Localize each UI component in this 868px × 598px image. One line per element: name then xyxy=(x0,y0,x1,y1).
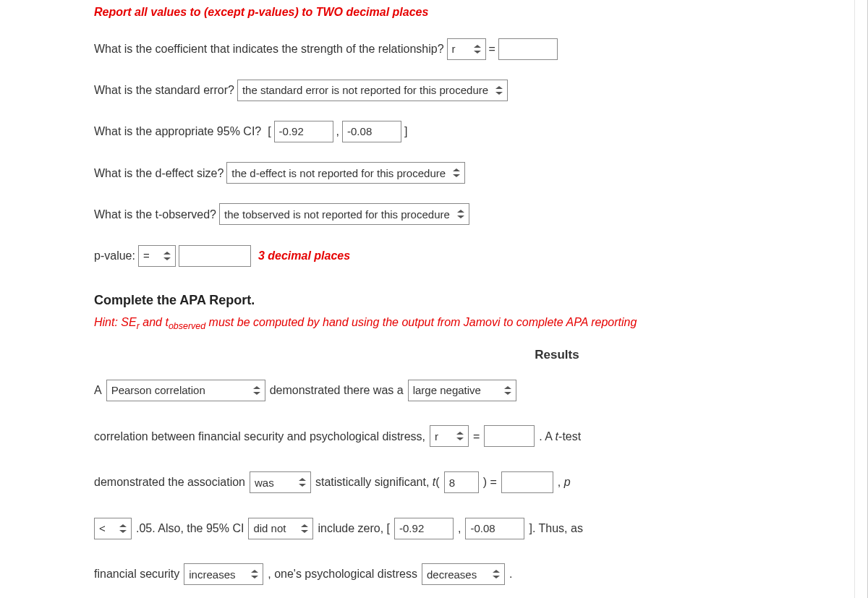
effect-direction-value: large negative xyxy=(413,376,481,404)
sort-icon xyxy=(453,168,460,177)
equals: = xyxy=(473,422,480,452)
pvalue-operator-select[interactable]: = xyxy=(138,245,176,267)
df-input[interactable] xyxy=(444,471,479,493)
standard-error-value: the standard error is not reported for t… xyxy=(242,78,488,102)
direction2-select[interactable]: decreases xyxy=(422,563,505,585)
standard-error-select[interactable]: the standard error is not reported for t… xyxy=(237,80,508,101)
was-value: was xyxy=(255,469,274,497)
t-value-input[interactable] xyxy=(501,471,553,493)
direction1-value: increases xyxy=(189,560,235,589)
ci-lower-input[interactable] xyxy=(274,121,333,142)
effect-direction-select[interactable]: large negative xyxy=(408,380,516,401)
text-thus-as: ]. Thus, as xyxy=(529,513,582,544)
t5a: statistically significant, xyxy=(315,476,433,488)
q1-text: What is the coefficient that indicates t… xyxy=(94,36,444,61)
results-title: Results xyxy=(268,348,846,362)
results-line-4: < .05. Also, the 95% CI did not include … xyxy=(94,513,846,544)
q1-row: What is the coefficient that indicates t… xyxy=(94,36,846,61)
sort-icon xyxy=(299,478,306,487)
t5c: ( xyxy=(435,476,439,488)
content: Report all values to (except p-values) t… xyxy=(0,0,868,589)
t3c: -test xyxy=(558,430,581,443)
include-zero-value: did not xyxy=(253,514,286,542)
r-symbol-value: r xyxy=(435,422,438,450)
instruction-heading: Report all values to (except p-values) t… xyxy=(94,0,846,19)
sort-icon xyxy=(504,386,511,395)
sort-icon xyxy=(493,570,500,578)
was-select[interactable]: was xyxy=(250,471,311,493)
q6-row: p-value: = 3 decimal places xyxy=(94,243,846,268)
text-fin-sec: financial security xyxy=(94,559,179,589)
coefficient-symbol-select[interactable]: r xyxy=(447,38,486,60)
pvalue-operator-value: = xyxy=(143,244,150,268)
pvalue-note: 3 decimal places xyxy=(258,243,350,268)
text-A: A xyxy=(94,375,102,406)
ci-upper-input[interactable] xyxy=(342,121,401,142)
apa-hint: Hint: SEr and tobserved must be computed… xyxy=(94,314,846,333)
text-comma-p: , p xyxy=(558,467,571,497)
text-period: . xyxy=(509,559,512,589)
q4-text: What is the d-effect size? xyxy=(94,161,224,186)
q2-row: What is the standard error? the standard… xyxy=(94,77,846,103)
sort-icon xyxy=(457,210,464,218)
ci2-lower-input[interactable] xyxy=(394,518,454,539)
text-include-zero: include zero, [ xyxy=(318,513,390,544)
q5-row: What is the t-observed? the tobserved is… xyxy=(94,202,846,227)
sort-icon xyxy=(495,86,503,95)
sort-icon xyxy=(456,432,464,440)
t-observed-value: the tobserved is not reported for this p… xyxy=(224,202,450,226)
results-line-2: correlation between financial security a… xyxy=(94,422,846,452)
text-psych-distress: , one's psychological distress xyxy=(268,559,417,589)
comma2: , xyxy=(458,513,461,544)
text-stat-sig: statistically significant, t( xyxy=(315,467,440,497)
d-effect-value: the d-effect is not reported for this pr… xyxy=(231,161,446,185)
bracket-close: ] xyxy=(404,119,407,144)
text-05-ci: .05. Also, the 95% CI xyxy=(136,513,244,544)
r-symbol-select[interactable]: r xyxy=(430,425,469,447)
sort-icon xyxy=(301,524,308,533)
text-correlation-between: correlation between financial security a… xyxy=(94,422,425,452)
pvalue-input[interactable] xyxy=(179,245,251,267)
include-zero-select[interactable]: did not xyxy=(248,518,313,539)
q3-text: What is the appropriate 95% CI? [ xyxy=(94,119,271,144)
q3-row: What is the appropriate 95% CI? [ , ] xyxy=(94,119,846,144)
r-value-input[interactable] xyxy=(484,425,535,447)
test-type-select[interactable]: Pearson correlation xyxy=(106,380,265,401)
hint-post: must be computed by hand using the outpu… xyxy=(205,316,637,328)
pvalue-label: p-value: xyxy=(94,243,135,268)
hint-sub-obs: observed xyxy=(169,321,205,331)
t-observed-select[interactable]: the tobserved is not reported for this p… xyxy=(219,203,469,225)
results-line-1: A Pearson correlation demonstrated there… xyxy=(94,375,846,406)
ci2-upper-input[interactable] xyxy=(465,518,524,539)
d-effect-select[interactable]: the d-effect is not reported for this pr… xyxy=(226,162,465,184)
hint-pre: Hint: SE xyxy=(94,316,137,328)
sort-icon xyxy=(163,252,171,260)
apa-heading: Complete the APA Report. xyxy=(94,293,846,308)
sort-icon xyxy=(253,386,260,395)
direction1-select[interactable]: increases xyxy=(184,563,263,585)
right-separator xyxy=(854,0,855,598)
p-compare-value: < xyxy=(99,514,106,542)
coefficient-value-input[interactable] xyxy=(498,38,558,60)
q4-row: What is the d-effect size? the d-effect … xyxy=(94,161,846,186)
coefficient-symbol-value: r xyxy=(452,37,456,61)
sort-icon xyxy=(119,524,127,533)
p-compare-select[interactable]: < xyxy=(94,518,132,539)
text-demonstrated-assoc: demonstrated the association xyxy=(94,467,245,497)
t6b: p xyxy=(564,476,571,488)
page: Report all values to (except p-values) t… xyxy=(0,0,868,598)
equals-text: = xyxy=(489,36,495,61)
sort-icon xyxy=(474,45,481,54)
q5-text: What is the t-observed? xyxy=(94,202,216,227)
direction2-value: decreases xyxy=(427,560,477,589)
results-line-5: financial security increases , one's psy… xyxy=(94,559,846,589)
comma: , xyxy=(336,119,339,144)
text-ttest: . A t-test xyxy=(539,422,581,452)
results-line-3: demonstrated the association was statist… xyxy=(94,467,846,497)
test-type-value: Pearson correlation xyxy=(111,376,205,404)
t6a: , xyxy=(558,476,564,488)
sort-icon xyxy=(251,570,258,578)
hint-mid: and t xyxy=(140,316,169,328)
q2-text: What is the standard error? xyxy=(94,77,234,103)
text-demonstrated: demonstrated there was a xyxy=(270,375,404,406)
